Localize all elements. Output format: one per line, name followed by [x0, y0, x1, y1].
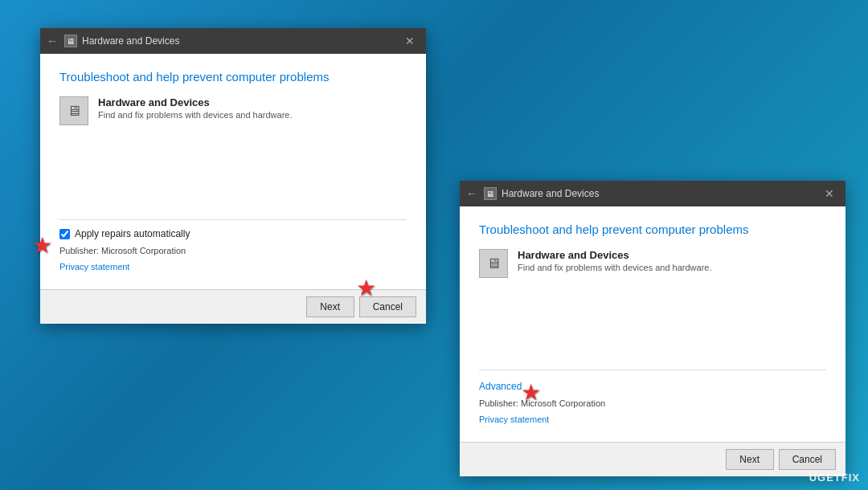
watermark: UGETFIX [809, 472, 860, 484]
advanced-link[interactable]: Advanced [479, 381, 522, 392]
window-body-1: Troubleshoot and help prevent computer p… [40, 54, 426, 289]
next-button-1[interactable]: Next [306, 296, 354, 317]
publisher-row-1: Publisher: Microsoft Corporation [59, 246, 407, 255]
close-button-1[interactable]: ✕ [400, 33, 420, 49]
window-title-2: Hardware and Devices [502, 188, 820, 199]
cancel-button-2[interactable]: Cancel [779, 449, 836, 470]
hw-title-1: Hardware and Devices [98, 96, 293, 108]
window-body-2: Troubleshoot and help prevent computer p… [460, 206, 845, 442]
auto-repair-checkbox[interactable] [59, 229, 70, 239]
checkbox-row-1: Apply repairs automatically [59, 228, 407, 239]
window-footer-2: Next Cancel [460, 442, 845, 476]
hw-desc-1: Find and fix problems with devices and h… [98, 110, 293, 120]
back-button-2[interactable]: ← [466, 187, 477, 200]
title-bar-1: ← 🖥 Hardware and Devices ✕ [40, 28, 426, 54]
close-button-2[interactable]: ✕ [820, 186, 839, 202]
hw-icon-2: 🖥 [479, 249, 508, 278]
window-icon-2: 🖥 [484, 187, 497, 200]
back-button-1[interactable]: ← [47, 35, 58, 47]
hw-info-1: Hardware and Devices Find and fix proble… [98, 96, 293, 120]
window-title-1: Hardware and Devices [82, 35, 400, 47]
window-icon-1: 🖥 [64, 35, 77, 47]
checkbox-label-1: Apply repairs automatically [75, 228, 190, 239]
hw-row-2: 🖥 Hardware and Devices Find and fix prob… [479, 249, 826, 278]
bottom-section-1: Apply repairs automatically Publisher: M… [59, 219, 407, 273]
hw-title-2: Hardware and Devices [518, 249, 712, 261]
troubleshoot-heading-1: Troubleshoot and help prevent computer p… [59, 70, 407, 84]
title-bar-2: ← 🖥 Hardware and Devices ✕ [460, 181, 845, 206]
troubleshoot-heading-2: Troubleshoot and help prevent computer p… [479, 223, 826, 236]
privacy-link-1[interactable]: Privacy statement [59, 262, 129, 272]
hw-info-2: Hardware and Devices Find and fix proble… [518, 249, 712, 272]
hw-desc-2: Find and fix problems with devices and h… [518, 263, 712, 272]
hw-icon-1: 🖥 [59, 96, 88, 125]
window-2: ← 🖥 Hardware and Devices ✕ Troubleshoot … [460, 181, 845, 476]
privacy-link-2[interactable]: Privacy statement [479, 414, 549, 424]
next-button-2[interactable]: Next [726, 449, 774, 470]
hw-row-1: 🖥 Hardware and Devices Find and fix prob… [59, 96, 407, 125]
